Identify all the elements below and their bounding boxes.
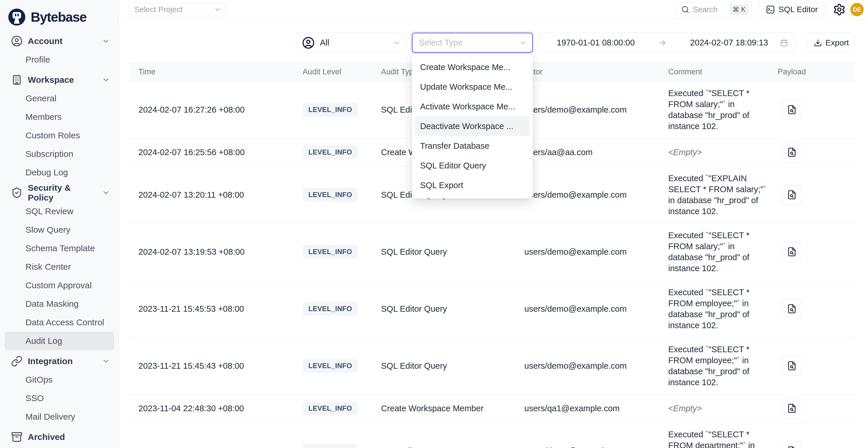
payload-button[interactable] [782,185,802,205]
table-row: 2023-11-04 22:48:30 +08:00 LEVEL_INFO Cr… [129,394,855,422]
payload-button[interactable] [782,299,802,319]
sidebar-section-account[interactable]: Account [5,32,114,50]
building-icon [11,74,23,86]
sidebar-item-audit-log[interactable]: Audit Log [5,332,114,350]
export-label: Export [826,38,849,47]
cell-time: 2024-02-07 13:19:53 +08:00 [129,247,303,257]
sidebar-item-slow-query[interactable]: Slow Query [5,221,114,239]
dropdown-option-highlighted[interactable]: Deactivate Workspace ... [415,116,530,136]
sidebar-item-data-masking[interactable]: Data Masking [5,295,114,313]
sidebar-item-data-access-control[interactable]: Data Access Control [5,313,114,332]
cell-payload [778,142,855,162]
sidebar-section-label: Integration [28,356,97,366]
chevron-down-icon [102,37,110,45]
dropdown-option[interactable]: Create Workspace Me... [412,57,533,77]
payload-button[interactable] [782,100,802,120]
sidebar-section-label: Account [28,36,97,46]
sidebar-section-label: Archived [28,432,110,442]
bytebase-logo-icon [7,8,26,26]
payload-button[interactable] [782,142,802,162]
payload-button[interactable] [782,356,802,376]
export-button[interactable]: Export [808,33,855,53]
sidebar-item-custom-roles[interactable]: Custom Roles [5,126,114,145]
sidebar-item-members[interactable]: Members [5,108,114,126]
cell-comment: Executed `"SELECT * FROM salary;"` in da… [668,223,778,280]
cell-audit-level: LEVEL_INFO [303,359,381,373]
payload-button[interactable] [782,242,802,262]
chevron-down-icon [214,6,221,13]
dropdown-option[interactable]: Update Workspace Me... [412,77,533,97]
payload-button[interactable] [782,398,802,418]
cell-comment: Executed `"SELECT * FROM employee;"` in … [668,338,778,394]
chevron-down-icon [102,357,110,365]
date-range-picker[interactable]: 1970-01-01 08:00:00 2024-02-07 18:09:13 [538,33,796,53]
column-header-payload: Payload [778,67,855,76]
chevron-down-icon [519,39,527,47]
sidebar-item-custom-approval[interactable]: Custom Approval [5,276,114,295]
sidebar-item-mail-delivery[interactable]: Mail Delivery [5,408,114,426]
cell-audit-type: SQL Editor Query [381,247,524,257]
sidebar-nav: Account Profile Workspace General Member… [0,29,119,446]
dropdown-option[interactable]: Transfer Database [412,136,533,156]
sidebar-section-security-policy[interactable]: Security & Policy [5,184,114,202]
sidebar-item-risk-center[interactable]: Risk Center [5,258,114,276]
payload-button[interactable] [782,441,802,448]
cell-audit-level: LEVEL_INFO [303,103,381,117]
sidebar-item-debug-log[interactable]: Debug Log [5,163,114,182]
cell-time: 2024-02-07 16:25:56 +08:00 [129,148,303,157]
sidebar-item-sso[interactable]: SSO [5,389,114,408]
sidebar-item-sql-review[interactable]: SQL Review [5,202,114,221]
sidebar-section-workspace[interactable]: Workspace [5,71,114,89]
actor-filter-select[interactable]: All [296,33,407,53]
brand-logo[interactable]: Bytebase [0,0,119,29]
topbar: Select Project Search ⌘ K SQL Editor DE [119,0,868,19]
cell-comment: <Empty> [668,140,778,164]
sidebar-item-subscription[interactable]: Subscription [5,145,114,163]
avatar[interactable]: DE [850,3,864,16]
sidebar-item-general[interactable]: General [5,89,114,108]
sidebar-item-gitops[interactable]: GitOps [5,371,114,389]
project-select[interactable]: Select Project [129,3,226,16]
search-shortcut-badge: ⌘ K [730,4,748,15]
date-to-value[interactable]: 2024-02-07 18:09:13 [690,38,768,47]
cell-payload [778,441,855,448]
link-icon [11,355,23,367]
dropdown-option[interactable]: SQL Editor Query [412,156,533,175]
gear-icon[interactable] [833,3,846,16]
type-filter-select[interactable]: Select Type [412,33,533,53]
sidebar-section-integration[interactable]: Integration [5,352,114,371]
cell-payload [778,242,855,262]
date-from-value[interactable]: 1970-01-01 08:00:00 [557,38,634,47]
cell-comment: Executed `"SELECT * FROM department;"` i… [668,422,778,448]
search-input[interactable]: Search ⌘ K [677,2,752,17]
sidebar-section-archived[interactable]: Archived [5,428,114,446]
project-select-placeholder: Select Project [134,5,183,14]
cell-payload [778,356,855,376]
file-search-icon [787,361,797,371]
cell-actor: users/demo@example.com [524,247,668,257]
archive-icon [11,431,23,443]
sql-editor-button[interactable]: SQL Editor [758,2,826,17]
cell-payload [778,185,855,205]
chevron-down-icon [393,39,401,47]
cell-audit-type: SQL Editor Query [381,304,524,314]
cell-payload [778,100,855,120]
sidebar-section-label: Security & Policy [28,183,97,202]
dropdown-option[interactable]: SQL Export [412,175,533,195]
cell-audit-level: LEVEL_INFO [303,302,381,316]
file-search-icon [787,404,797,413]
dropdown-option[interactable]: Activate Workspace Me... [412,97,533,116]
cell-actor: users/demo@example.com [524,190,668,200]
cell-audit-type: Create Workspace Member [381,404,524,413]
terminal-icon [766,5,775,14]
cell-actor: users/demo@example.com [524,446,668,448]
search-placeholder: Search [693,5,726,14]
column-header-time: Time [129,67,303,76]
shield-check-icon [11,187,23,198]
download-icon [814,39,822,47]
file-search-icon [787,105,797,115]
cell-time: 2024-02-07 16:27:26 +08:00 [129,105,303,115]
cell-actor: users/demo@example.com [524,361,668,371]
sidebar-item-profile[interactable]: Profile [5,50,114,69]
sidebar-item-schema-template[interactable]: Schema Template [5,239,114,258]
